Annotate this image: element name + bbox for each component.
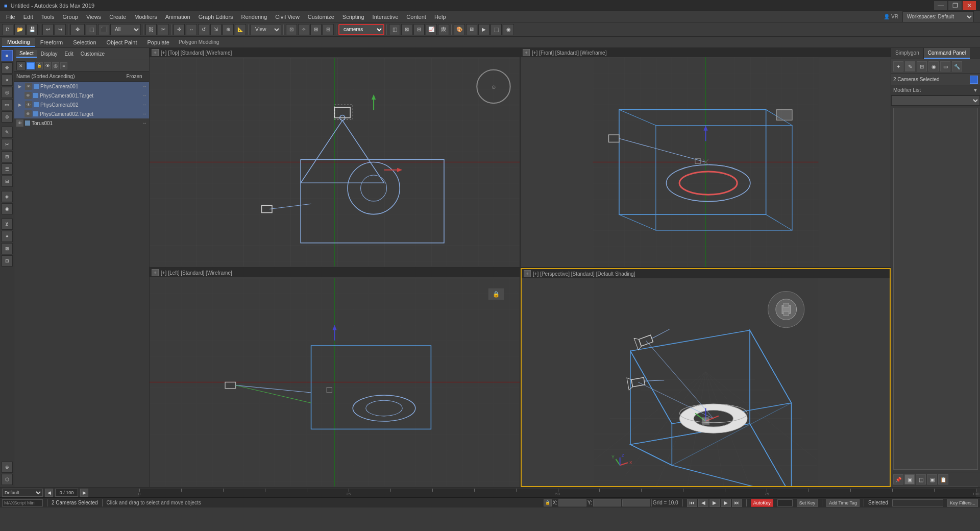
viewport-left-canvas[interactable]: 🔒 [150, 277, 520, 487]
scene-item-physcamera001[interactable]: ▶ 👁 PhysCamera001 ↔ [14, 82, 149, 91]
modifier-list-dropdown[interactable] [891, 95, 980, 106]
viewport-plus-perspective[interactable]: + [524, 270, 531, 277]
viewport-left[interactable]: + [+] [Left] [Standard] [Wireframe] [150, 268, 520, 487]
color-picker-swatch[interactable] [970, 76, 978, 84]
tools-btn-11[interactable]: ◉ [2, 203, 13, 214]
y-input[interactable] [593, 499, 621, 506]
menu-create[interactable]: Create [105, 13, 130, 21]
viewport-top-canvas[interactable]: ⊙ [150, 57, 520, 267]
scene-select-tab[interactable]: Select [16, 50, 37, 58]
select-tool-btn[interactable]: ✥ [2, 62, 13, 74]
mirror-button[interactable]: ◫ [389, 24, 400, 35]
viewport-front-canvas[interactable] [521, 57, 891, 267]
tools-btn-8[interactable]: ☰ [2, 163, 13, 175]
menu-edit[interactable]: Edit [19, 13, 37, 21]
scene-lock-btn[interactable]: 🔒 [36, 62, 43, 69]
viewport-plus-left[interactable]: + [152, 269, 159, 276]
tools-btn-2[interactable]: ◎ [2, 87, 13, 98]
render-setup-button[interactable]: 🖥 [466, 24, 477, 35]
active-shade-button[interactable]: ◉ [503, 24, 514, 35]
play-btn[interactable]: ▶ [709, 499, 720, 507]
menu-interactive[interactable]: Interactive [369, 13, 403, 21]
material-editor-button[interactable]: 🎨 [454, 24, 465, 35]
menu-help[interactable]: Help [430, 13, 450, 21]
tools-btn-12[interactable]: ⊻ [2, 219, 13, 230]
select-object-button[interactable]: ✥ [70, 24, 85, 35]
camera-filter-dropdown[interactable]: cameras [338, 24, 384, 35]
move-button[interactable]: ↔ [186, 24, 197, 35]
viewport-top[interactable]: + [+] [Top] [Standard] [Wireframe] [150, 48, 520, 267]
tools-btn-7[interactable]: ⊞ [2, 151, 13, 162]
key-filters-btn[interactable]: Key Filters... [947, 499, 978, 507]
save-button[interactable]: 💾 [27, 24, 38, 35]
menu-content[interactable]: Content [402, 13, 430, 21]
menu-file[interactable]: File [2, 13, 19, 21]
set-key-btn[interactable]: Set Key [797, 499, 818, 507]
selection-input[interactable] [892, 499, 943, 506]
hierarchy-icon[interactable]: ⊟ [917, 61, 927, 71]
undo-button[interactable]: ↩ [42, 24, 54, 35]
menu-scripting[interactable]: Scripting [338, 13, 369, 21]
snap2-button[interactable]: ✧ [298, 24, 309, 35]
tools-btn-15[interactable]: ⊟ [2, 255, 13, 267]
viewport-perspective[interactable]: + [+] [Perspective] [Standard] [Default … [521, 268, 891, 487]
tools-btn-14[interactable]: ⊠ [2, 243, 13, 254]
scene-filter-btn[interactable] [27, 62, 35, 69]
current-frame-input[interactable] [777, 499, 793, 506]
menu-graph-editors[interactable]: Graph Editors [194, 13, 237, 21]
tools-btn-6[interactable]: ✂ [2, 139, 13, 150]
tools-btn-bottom1[interactable]: ⊕ [2, 462, 13, 473]
track-left-btn[interactable]: ◀ [45, 489, 53, 497]
scene-item-physcamera002-target[interactable]: 👁 PhysCamera002.Target ↔ [14, 109, 149, 118]
tab-object-paint[interactable]: Object Paint [102, 38, 142, 46]
tools-btn-10[interactable]: ◈ [2, 191, 13, 202]
tools-btn-4[interactable]: ⊕ [2, 111, 13, 123]
workspaces-dropdown[interactable]: Workspaces: Default [902, 11, 974, 22]
scene-display-tab[interactable]: Display [38, 51, 61, 57]
menu-group[interactable]: Group [58, 13, 82, 21]
maximize-button[interactable]: ❐ [948, 1, 962, 10]
select-all-button[interactable]: ⬛ [98, 24, 109, 35]
goto-start-btn[interactable]: ⏮ [687, 499, 697, 507]
viewport-plus-front[interactable]: + [523, 49, 530, 56]
menu-animation[interactable]: Animation [161, 13, 194, 21]
scene-visibility-btn[interactable]: 👁 [44, 62, 51, 69]
scene-blue-btn[interactable]: ■ [2, 50, 13, 61]
redo-button[interactable]: ↪ [55, 24, 66, 35]
viewport-front[interactable]: + [+] [Front] [Standard] [Wireframe] [521, 48, 891, 267]
tab-selection[interactable]: Selection [68, 38, 101, 46]
motion-icon[interactable]: ◉ [928, 61, 939, 71]
stack-active-icon[interactable]: ▣ [904, 474, 915, 485]
reference-button[interactable]: ⊕ [223, 24, 234, 35]
tools-btn-3[interactable]: ▭ [2, 99, 13, 110]
prev-frame-btn[interactable]: ◀ [698, 499, 708, 507]
tools-btn-9[interactable]: ⊟ [2, 176, 13, 187]
schematic-button[interactable]: 🕸 [438, 24, 449, 35]
transform-button[interactable]: ✛ [174, 24, 185, 35]
maxscript-mini[interactable]: MAXScript Mini [2, 499, 43, 506]
curve-editor-button[interactable]: 📈 [426, 24, 437, 35]
close-button[interactable]: ✕ [963, 1, 976, 10]
timeline-track[interactable]: 0255075100 [139, 489, 976, 497]
tools-btn-bottom2[interactable]: ⬡ [2, 474, 13, 485]
render-button[interactable]: ▶ [478, 24, 489, 35]
scene-edit-tab[interactable]: Edit [62, 51, 77, 57]
pivot-button[interactable]: ⊡ [286, 24, 297, 35]
time-display-dropdown[interactable]: Default [2, 489, 43, 497]
snap-button[interactable]: 📐 [235, 24, 246, 35]
modify-icon[interactable]: ✎ [905, 61, 915, 71]
scene-item-torus001[interactable]: 👁 Torus001 ↔ [14, 118, 149, 128]
tab-modeling[interactable]: Modeling [2, 38, 35, 47]
scene-item-physcamera001-target[interactable]: 👁 PhysCamera001.Target ↔ [14, 91, 149, 100]
align-button[interactable]: ⊟ [323, 24, 334, 35]
menu-views[interactable]: Views [82, 13, 105, 21]
link-button[interactable]: ⛓ [145, 24, 157, 35]
tab-command-panel[interactable]: Command Panel [924, 48, 970, 59]
rotate-button[interactable]: ↺ [198, 24, 209, 35]
pin-icon[interactable]: 📌 [893, 474, 903, 485]
menu-modifiers[interactable]: Modifiers [130, 13, 161, 21]
scale-button[interactable]: ⇲ [210, 24, 222, 35]
frame-range-input[interactable] [55, 489, 78, 497]
remove-modifier-icon[interactable]: 📋 [938, 474, 948, 485]
scene-item-physcamera002[interactable]: ▶ 👁 PhysCamera002 ↔ [14, 100, 149, 109]
